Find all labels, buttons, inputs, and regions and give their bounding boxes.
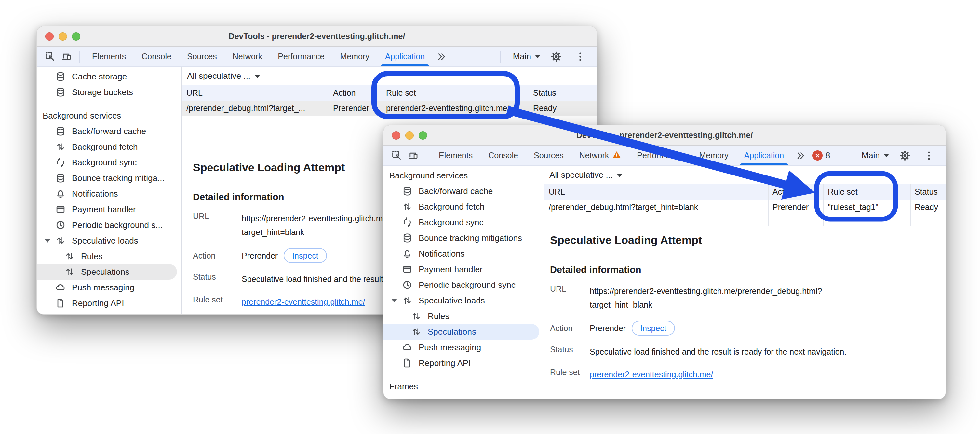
- sidebar-item-payment-handler[interactable]: Payment handler: [37, 201, 177, 217]
- column-header-url[interactable]: URL: [182, 85, 329, 101]
- tab-console[interactable]: Console: [480, 145, 526, 165]
- sidebar-item-notifications[interactable]: Notifications: [37, 186, 177, 201]
- tab-network[interactable]: Network: [225, 46, 270, 66]
- tab-label: Console: [142, 52, 172, 61]
- kebab-menu-icon: [923, 150, 934, 161]
- kebab-menu-icon[interactable]: [574, 50, 587, 63]
- tab-label: Memory: [699, 151, 728, 160]
- context-selector[interactable]: Main: [513, 51, 540, 62]
- sidebar-item-background-fetch[interactable]: Background fetch: [37, 139, 177, 155]
- tab-elements[interactable]: Elements: [431, 145, 480, 165]
- cloud-icon: [55, 282, 66, 293]
- divider: [544, 254, 945, 254]
- minimize-button[interactable]: [59, 32, 67, 41]
- sidebar-item-periodic-background-s[interactable]: Periodic background s...: [37, 217, 177, 233]
- sidebar-item-speculative-loads[interactable]: Speculative loads: [383, 293, 539, 308]
- close-button[interactable]: [392, 131, 400, 140]
- speculation-filter-dropdown[interactable]: All speculative ...: [549, 170, 622, 180]
- sidebar-item-bounce-tracking-mitigations[interactable]: Bounce tracking mitigations: [383, 230, 539, 246]
- expand-triangle-icon[interactable]: [45, 239, 55, 243]
- error-badge[interactable]: × 8: [813, 150, 830, 161]
- close-button[interactable]: [45, 32, 54, 41]
- sidebar-item-push-messaging[interactable]: Push messaging: [37, 280, 177, 295]
- tab-application[interactable]: Application: [737, 145, 792, 165]
- document-icon: [402, 358, 412, 368]
- more-tabs-icon[interactable]: [793, 148, 808, 163]
- column-header-action[interactable]: Action: [768, 184, 823, 199]
- warning-icon: [612, 150, 621, 159]
- ruleset-label: Rule set: [550, 368, 590, 377]
- sidebar-item-speculative-loads[interactable]: Speculative loads: [37, 233, 177, 249]
- sidebar-item-storage-buckets[interactable]: Storage buckets: [37, 85, 177, 100]
- inspect-button[interactable]: Inspect: [284, 248, 327, 263]
- kebab-menu-icon[interactable]: [923, 149, 935, 162]
- sidebar-item-background-fetch[interactable]: Background fetch: [383, 199, 539, 215]
- sidebar-item-speculations[interactable]: Speculations: [37, 264, 177, 280]
- sidebar-item-periodic-background-sync[interactable]: Periodic background sync: [383, 277, 539, 293]
- ruleset-link[interactable]: prerender2-eventtesting.glitch.me/: [242, 297, 365, 306]
- sidebar-item-rules[interactable]: Rules: [383, 308, 539, 324]
- tab-memory[interactable]: Memory: [332, 46, 377, 66]
- sidebar-item-notifications[interactable]: Notifications: [383, 246, 539, 262]
- updown-arrows-icon: [64, 251, 75, 262]
- title-bar[interactable]: DevTools - prerender2-eventtesting.glitc…: [37, 26, 597, 46]
- document-icon: [402, 357, 413, 369]
- tab-application[interactable]: Application: [377, 46, 433, 66]
- inspect-cursor-icon[interactable]: [44, 50, 57, 63]
- expand-triangle-icon[interactable]: [391, 299, 402, 302]
- updown-arrows-icon: [55, 235, 66, 246]
- triangle-down-icon: [45, 239, 51, 243]
- device-toolbar-icon[interactable]: [60, 50, 73, 63]
- tab-console[interactable]: Console: [134, 46, 179, 66]
- tab-memory[interactable]: Memory: [691, 145, 736, 165]
- sidebar-item-speculations[interactable]: Speculations: [383, 324, 539, 340]
- tab-network[interactable]: Network: [571, 145, 629, 165]
- kebab-menu-icon: [575, 51, 586, 62]
- sync-icon: [402, 217, 412, 228]
- table-row[interactable]: /prerender_debug.html?target_...Prerende…: [182, 101, 597, 116]
- table-row[interactable]: /prerender_debug.html?target_hint=blankP…: [544, 200, 945, 215]
- tab-performance[interactable]: Performance: [270, 46, 332, 66]
- sidebar-item-rules[interactable]: Rules: [37, 249, 177, 264]
- updown-arrows-icon: [402, 295, 412, 306]
- tab-elements[interactable]: Elements: [84, 46, 134, 66]
- tab-label: Sources: [187, 52, 217, 61]
- sidebar-item-reporting-api[interactable]: Reporting API: [383, 355, 539, 371]
- title-bar[interactable]: DevTools - prerender2-eventtesting.glitc…: [383, 125, 945, 145]
- sidebar-item-back-forward-cache[interactable]: Back/forward cache: [383, 183, 539, 199]
- sidebar-item-label: Speculative loads: [72, 236, 138, 246]
- tab-performance[interactable]: Performance: [629, 145, 691, 165]
- zoom-button[interactable]: [72, 32, 80, 41]
- sidebar-item-background-sync[interactable]: Background sync: [37, 155, 177, 170]
- sidebar-item-back-forward-cache[interactable]: Back/forward cache: [37, 123, 177, 139]
- device-toolbar-icon[interactable]: [407, 149, 420, 162]
- sidebar-item-reporting-api[interactable]: Reporting API: [37, 295, 177, 311]
- updown-arrows-icon: [411, 326, 422, 337]
- inspect-cursor-icon[interactable]: [390, 149, 403, 162]
- column-header-url[interactable]: URL: [544, 184, 768, 199]
- column-header-rule-set[interactable]: Rule set: [382, 85, 528, 101]
- column-header-status[interactable]: Status: [528, 85, 597, 101]
- settings-gear-icon[interactable]: [898, 149, 912, 162]
- tab-sources[interactable]: Sources: [526, 145, 571, 165]
- column-header-status[interactable]: Status: [910, 184, 945, 199]
- column-header-action[interactable]: Action: [329, 85, 382, 101]
- updown-arrows-icon: [411, 327, 422, 337]
- more-tabs-icon[interactable]: [434, 49, 449, 64]
- context-selector[interactable]: Main: [862, 150, 889, 161]
- column-header-rule-set[interactable]: Rule set: [823, 184, 910, 199]
- ruleset-link[interactable]: prerender2-eventtesting.glitch.me/: [590, 370, 713, 379]
- sidebar-item-push-messaging[interactable]: Push messaging: [383, 340, 539, 355]
- sidebar-item-payment-handler[interactable]: Payment handler: [383, 262, 539, 277]
- clock-icon: [55, 220, 66, 230]
- sidebar-item-background-sync[interactable]: Background sync: [383, 215, 539, 230]
- sidebar-item-cache-storage[interactable]: Cache storage: [37, 69, 177, 85]
- sidebar-item-bounce-tracking-mitiga[interactable]: Bounce tracking mitiga...: [37, 170, 177, 186]
- zoom-button[interactable]: [418, 131, 427, 140]
- settings-gear-icon[interactable]: [550, 50, 563, 63]
- tab-sources[interactable]: Sources: [179, 46, 225, 66]
- inspect-button[interactable]: Inspect: [632, 321, 675, 336]
- toolbar-divider: [426, 150, 426, 161]
- minimize-button[interactable]: [405, 131, 414, 140]
- speculation-filter-dropdown[interactable]: All speculative ...: [187, 71, 260, 81]
